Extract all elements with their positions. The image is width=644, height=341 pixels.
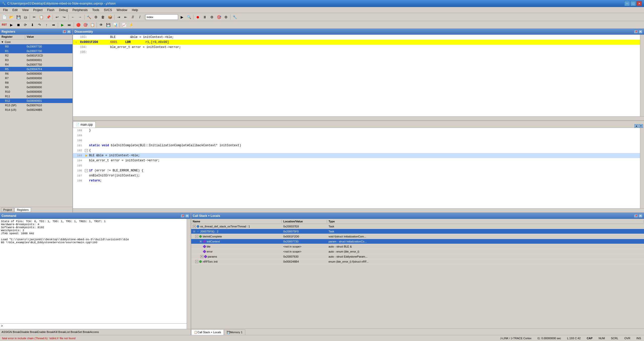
uncomment-button[interactable]: / — [137, 14, 143, 20]
debug-mode-button[interactable]: ⏭ — [66, 22, 73, 28]
callstack-close-button[interactable]: ✕ — [638, 214, 642, 218]
copy-button[interactable]: 📋 — [38, 14, 45, 20]
minimize-button[interactable]: ─ — [624, 1, 630, 6]
expand-200075f0[interactable]: − — [193, 230, 196, 233]
command-input[interactable] — [4, 325, 187, 328]
breakpoints-button[interactable]: 🔴 — [75, 22, 82, 28]
menu-view[interactable]: View — [20, 8, 31, 12]
fold-196[interactable]: − — [85, 169, 88, 172]
menu-svcs[interactable]: SVCS — [102, 8, 114, 12]
bottom-pane: Command 📌 ✕ State of Pins: TCK: 0, TDI: … — [0, 212, 644, 335]
watch-btn[interactable]: 👁 — [98, 22, 104, 28]
menu-tools[interactable]: Tools — [90, 8, 101, 12]
options-button[interactable]: ⚙ — [223, 14, 229, 20]
mem-btn[interactable]: 💾 — [105, 22, 111, 28]
stop-button[interactable]: ⏸ — [202, 14, 208, 20]
indent-button[interactable]: ⇥ — [115, 14, 122, 20]
cs-tab-memory1[interactable]: 💾 Memory 1 — [224, 329, 245, 335]
target-button[interactable]: 🎯 — [216, 14, 222, 20]
sep4 — [84, 15, 85, 20]
step-into-button[interactable]: ⬇ — [29, 22, 36, 28]
perf-btn[interactable]: 📊 — [112, 22, 118, 28]
menu-edit[interactable]: Edit — [10, 8, 20, 12]
menu-flash[interactable]: Flash — [45, 8, 56, 12]
menu-window[interactable]: Window — [114, 8, 129, 12]
search-icon[interactable]: 🔍 — [186, 14, 192, 20]
run-to-cursor-button[interactable]: ➡ — [50, 22, 57, 28]
command-input-line: > — [0, 323, 187, 329]
cut-button[interactable]: ✂ — [31, 14, 37, 20]
code-scrollbar-h[interactable] — [73, 209, 644, 213]
disassembly-close-button[interactable]: ✕ — [638, 30, 642, 33]
trace-btn[interactable]: 📈 — [121, 22, 127, 28]
disassembly-btn[interactable]: 📋 — [89, 22, 96, 28]
registers-close-button[interactable]: ✕ — [67, 30, 71, 33]
nav-fwd-button[interactable]: → — [77, 14, 83, 20]
menu-debug[interactable]: Debug — [57, 8, 70, 12]
step-over-button[interactable]: ↷ — [36, 22, 43, 28]
redo-button[interactable]: ↪ — [61, 14, 67, 20]
code-line-193: 193 ▶ BLE &ble = initContext->ble; — [73, 153, 640, 158]
batch-button[interactable]: 📦 — [107, 14, 113, 20]
run-btn2[interactable]: ▶ — [59, 22, 66, 28]
menu-project[interactable]: Project — [31, 8, 45, 12]
open-button[interactable]: 📂 — [8, 14, 15, 20]
save-button[interactable]: 💾 — [15, 14, 22, 20]
search-input[interactable] — [147, 16, 177, 19]
menu-file[interactable]: File — [1, 8, 10, 12]
code-scrollbar-v[interactable] — [640, 128, 644, 209]
run-button[interactable]: ▶ — [8, 22, 15, 28]
collapse-icon[interactable]: ▼ — [1, 40, 4, 43]
disassembly-scrollbar-v[interactable] — [640, 35, 644, 116]
settings-button[interactable]: ⚙ — [209, 14, 215, 20]
rst-button[interactable]: RST — [1, 22, 8, 28]
expand-bleinitcomplete[interactable]: − — [195, 235, 198, 238]
expand-initcontext[interactable]: + — [199, 240, 202, 243]
paste-button[interactable]: 📌 — [45, 14, 52, 20]
record-button[interactable]: ⏺ — [194, 14, 201, 20]
registers-tab[interactable]: Registers — [15, 208, 31, 212]
clean-button[interactable]: 🗑 — [100, 14, 106, 20]
wizard-button[interactable]: 🔧 — [231, 14, 238, 20]
expand-ostimerthread[interactable]: + — [193, 225, 196, 228]
save-all-button[interactable]: 🗂 — [22, 14, 29, 20]
code-text-197: onBleInitError(initContext); — [89, 174, 140, 177]
comment-button[interactable]: // — [130, 14, 136, 20]
build-button[interactable]: 🔨 — [86, 14, 92, 20]
project-tab[interactable]: Project — [1, 208, 14, 212]
undo-button[interactable]: ↩ — [54, 14, 60, 20]
rebuild-button[interactable]: ⚙ — [93, 14, 99, 20]
menu-peripherals[interactable]: Peripherals — [70, 8, 90, 12]
nav-back-button[interactable]: ← — [70, 14, 76, 20]
reset-button[interactable]: ⟳ — [22, 22, 29, 28]
menu-help[interactable]: Help — [130, 8, 140, 12]
stop-debug-button[interactable]: ⏹ — [15, 22, 22, 28]
code-text-198: return; — [89, 179, 102, 182]
expand-nrf5xn[interactable]: − — [195, 260, 198, 263]
disassembly-scrollbar-h[interactable] — [73, 116, 644, 120]
registers-pin-button[interactable]: 📌 — [62, 30, 66, 33]
code-panel: 📄 main.cpp ▲ ✕ 188 } — [73, 121, 644, 213]
command-scrollbar-v[interactable] — [187, 219, 191, 329]
logic-btn[interactable]: ⚡ — [128, 22, 134, 28]
icon-var-params — [204, 255, 207, 258]
callstack-pin-button[interactable]: 📌 — [634, 214, 638, 218]
command-pin-button[interactable]: 📌 — [181, 214, 185, 218]
cs-tab-callstack[interactable]: 📋 Call Stack + Locals — [191, 329, 224, 335]
icon-var-initcontext — [203, 240, 206, 243]
expand-params[interactable]: + — [200, 255, 203, 258]
unindent-button[interactable]: ⇤ — [123, 14, 129, 20]
search-go-button[interactable]: ▶ — [179, 14, 185, 20]
close-button[interactable]: ✕ — [636, 1, 642, 6]
cs-name-ble: ble — [207, 245, 211, 248]
command-close-button[interactable]: ✕ — [185, 214, 189, 218]
step-out-button[interactable]: ↑ — [43, 22, 50, 28]
disassembly-pin-button[interactable]: 📌 — [634, 30, 638, 33]
code-panel-expand-button[interactable]: ▲ — [634, 124, 638, 128]
fold-192[interactable]: − — [85, 149, 88, 152]
code-tab-main-cpp[interactable]: 📄 main.cpp — [73, 122, 96, 128]
new-button[interactable]: 📄 — [1, 14, 8, 20]
code-panel-close-button[interactable]: ✕ — [639, 124, 643, 128]
maximize-button[interactable]: □ — [630, 1, 636, 6]
show-next-button[interactable]: 🎯 — [82, 22, 89, 28]
